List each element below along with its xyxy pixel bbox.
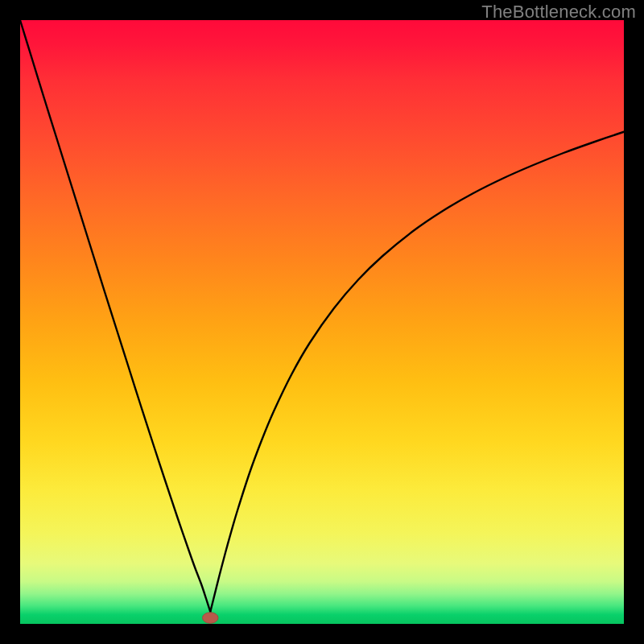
chart-frame: TheBottleneck.com	[0, 0, 644, 644]
plot-area	[20, 20, 624, 624]
minimum-marker	[203, 613, 219, 624]
curve-right-branch	[210, 132, 624, 612]
curve-left-branch	[20, 20, 210, 612]
curve-svg	[20, 20, 624, 624]
